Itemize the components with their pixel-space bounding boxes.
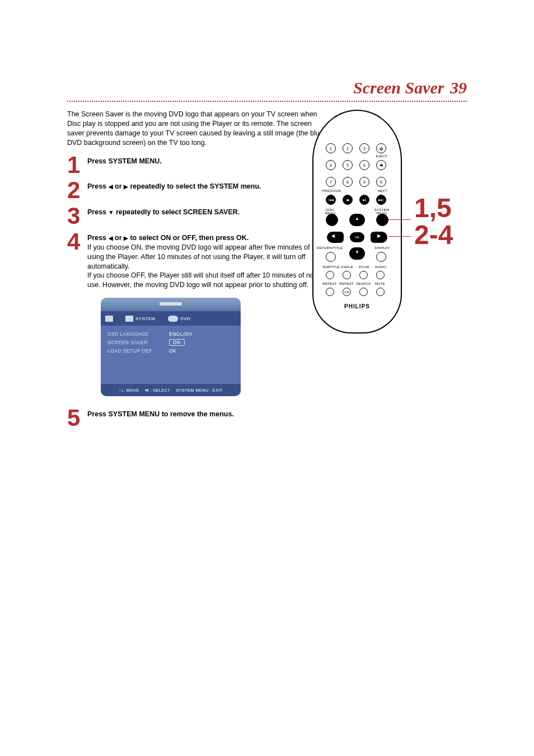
remote-key-disc-menu	[326, 214, 338, 226]
remote-key-0: 0	[376, 177, 386, 187]
step-2: 2 Press ◀ or ▶ repeatedly to select the …	[67, 180, 325, 201]
remote-key-search	[359, 288, 368, 296]
right-arrow-icon: ▶	[377, 233, 381, 238]
remote-label-angle: ANGLE	[340, 265, 354, 269]
remote-key-9: 9	[359, 177, 369, 187]
remote-label-return-title: RETURN/TITLE	[317, 246, 341, 250]
remote-label-zoom: ZOOM	[357, 265, 371, 269]
remote-illustration: 1 2 3 ⏻ 4 5 6 ⏏ EJECT 7 8 9 0 PREVIOUS N…	[312, 110, 407, 334]
remote-key-1: 1	[326, 143, 336, 153]
callout-1-5: 1,5	[414, 196, 452, 220]
remote-key-repeat	[326, 288, 334, 296]
left-arrow-icon: ◀	[109, 235, 113, 241]
intro-paragraph: The Screen Saver is the moving DVD logo …	[67, 110, 325, 148]
monitor-icon	[125, 316, 133, 322]
remote-label-eject: EJECT	[375, 154, 388, 158]
remote-label-audio: AUDIO	[374, 265, 387, 269]
osd-row-value-selected: ON	[169, 339, 185, 346]
step-4-line1-pre: Press	[87, 234, 109, 242]
remote-key-previous: |◀◀	[326, 195, 336, 205]
remote-dpad-down: ▼	[349, 247, 365, 260]
remote-key-stop: ■	[343, 195, 353, 205]
dvd-icon	[168, 316, 178, 322]
page-header: Screen Saver 39	[67, 78, 467, 97]
callout-line-1	[388, 219, 411, 220]
remote-label-display: DISPLAY	[374, 246, 391, 250]
osd-row-screen-saver: SCREEN SAVER ON	[107, 339, 234, 346]
step-4: 4 Press ◀ or ▶ to select ON or OFF, then…	[67, 231, 325, 290]
osd-tab-dvd: DVD	[168, 316, 190, 322]
remote-key-next: ▶▶|	[376, 195, 386, 205]
remote-key-return-title	[326, 252, 336, 262]
remote-label-repeat: REPEAT	[322, 282, 337, 285]
remote-key-audio	[376, 271, 385, 279]
callout-line-2	[388, 236, 411, 237]
osd-menu-screenshot: SYSTEM DVD OSD LANGUAGE ENGLISH SCREEN S…	[101, 298, 241, 396]
step-3-post: repeatedly to select SCREEN SAVER.	[114, 208, 240, 216]
leftright-icon: ⇆	[145, 388, 149, 393]
osd-tab-dvd-label: DVD	[180, 316, 190, 321]
osd-footer-select: : SELECT	[150, 388, 170, 393]
osd-footer: ↑↓: MOVE ⇆ : SELECT SYSTEM MENU : EXIT	[101, 384, 241, 396]
remote-label-search: SEARCH	[356, 282, 371, 285]
osd-footer-exit: SYSTEM MENU : EXIT	[176, 388, 222, 393]
step-number: 1	[67, 154, 87, 176]
callout-2-4: 2-4	[414, 223, 453, 247]
remote-key-7: 7	[326, 177, 336, 187]
osd-row-label: LOAD SETUP DEF	[107, 348, 169, 354]
step-4-line1-post: to select ON or OFF, then press OK.	[128, 234, 249, 242]
remote-key-4: 4	[326, 160, 336, 170]
remote-key-power: ⏻	[376, 143, 386, 153]
stop-icon: ■	[346, 198, 349, 202]
remote-dpad-left: ◀	[327, 232, 344, 243]
remote-label-subtitle: SUBTITLE	[322, 265, 338, 269]
remote-label-previous: PREVIOUS	[322, 189, 339, 192]
down-arrow-icon: ▼	[109, 209, 114, 215]
remote-key-6: 6	[359, 160, 369, 170]
osd-tab-system-label: SYSTEM	[135, 316, 156, 321]
osd-logo-icon	[160, 300, 182, 307]
remote-key-5: 5	[343, 160, 353, 170]
remote-key-zoom	[359, 271, 368, 279]
osd-footer-move: : MOVE	[124, 388, 139, 393]
power-icon: ⏻	[380, 147, 383, 151]
remote-key-3: 3	[359, 143, 369, 153]
remote-label-repeat-ab: REPEAT	[339, 282, 354, 285]
step-4-body1: If you choose ON, the moving DVD logo wi…	[87, 243, 321, 270]
step-4-body2: If you choose OFF, the Player still will…	[87, 271, 314, 289]
previous-icon: |◀◀	[328, 198, 333, 201]
up-arrow-icon: ▲	[355, 216, 359, 221]
step-3: 3 Press ▼ repeatedly to select SCREEN SA…	[67, 205, 325, 227]
remote-key-mute	[376, 288, 385, 296]
step-5-text: Press SYSTEM MENU to remove the menus.	[87, 410, 234, 418]
divider	[67, 101, 467, 102]
next-icon: ▶▶|	[378, 198, 383, 201]
svg-rect-0	[160, 302, 182, 306]
osd-topbar	[101, 298, 241, 311]
remote-dpad-right: ▶	[371, 232, 387, 243]
remote-key-2: 2	[343, 143, 353, 153]
osd-tab-system: SYSTEM	[125, 316, 156, 322]
osd-row-value: OK	[169, 348, 176, 354]
remote-key-angle	[343, 271, 351, 279]
remote-brand: PHILIPS	[341, 303, 373, 309]
step-1-text: Press SYSTEM MENU.	[87, 157, 162, 165]
osd-row-load-setup-def: LOAD SETUP DEF OK	[107, 348, 234, 354]
step-2-pre: Press	[87, 182, 109, 190]
remote-key-eject: ⏏	[376, 160, 386, 170]
remote-key-subtitle	[326, 271, 334, 279]
remote-key-display	[376, 252, 386, 262]
tv-icon	[105, 316, 113, 322]
step-number: 4	[67, 231, 87, 252]
page-number: 39	[450, 78, 467, 97]
remote-dpad-up: ▲	[349, 214, 365, 226]
step-1: 1 Press SYSTEM MENU.	[67, 154, 325, 176]
left-arrow-icon: ◀	[331, 233, 335, 238]
right-arrow-icon: ▶	[124, 235, 128, 241]
step-number: 5	[67, 407, 87, 429]
remote-key-8: 8	[343, 177, 353, 187]
updown-icon: ↑↓	[119, 388, 124, 393]
step-number: 2	[67, 180, 87, 201]
osd-row-value: ENGLISH	[169, 331, 192, 337]
remote-key-system-menu	[376, 214, 388, 226]
